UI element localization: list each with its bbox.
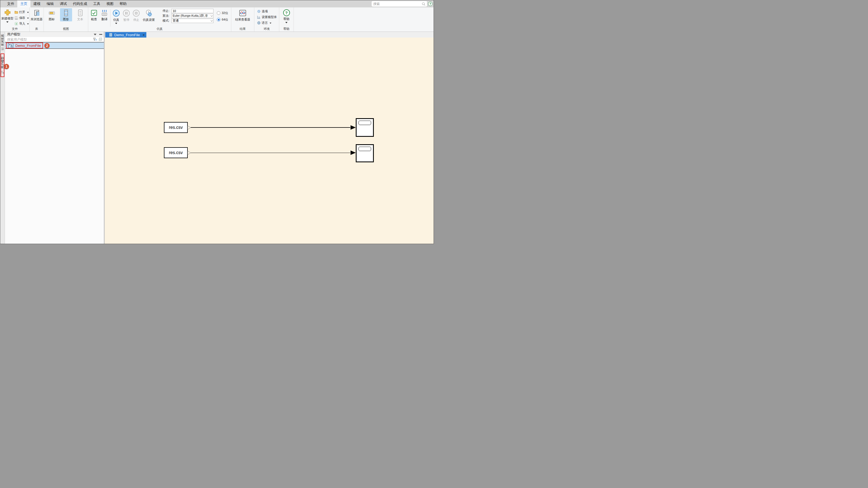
help-button[interactable]: ? 帮助 <box>280 8 292 23</box>
close-icon[interactable]: × <box>143 33 145 37</box>
result-viewer-button[interactable]: 结果查看器 <box>233 8 252 22</box>
new-model-plus-icon <box>4 9 11 16</box>
menu-codegen[interactable]: 代码生成 <box>70 0 90 7</box>
simulate-label: 仿真 <box>113 18 119 22</box>
stop-button[interactable]: 停止 <box>131 8 141 22</box>
document-tab-icon <box>109 33 113 37</box>
translate-button[interactable]: 翻译 <box>99 8 110 21</box>
new-model-button[interactable]: 新建模型 <box>0 8 14 23</box>
global-search-input[interactable] <box>373 2 422 6</box>
global-search-box[interactable] <box>372 1 427 7</box>
open-label: 打开 <box>19 10 25 14</box>
sidebar-tab-library-browser[interactable]: 库浏览器 <box>1 33 5 48</box>
menu-debug[interactable]: 调试 <box>57 0 70 7</box>
document-tab[interactable]: Demo_FromFile × <box>105 32 146 37</box>
filter-icon[interactable] <box>93 37 97 41</box>
arrowhead-icon <box>350 151 356 155</box>
radio-32bit[interactable]: 32位 <box>217 11 228 15</box>
panel-search-input[interactable] <box>5 37 93 41</box>
mode-combo[interactable]: 普通 <box>171 19 214 23</box>
menu-view[interactable]: 视图 <box>103 0 117 7</box>
menu-help[interactable]: 帮助 <box>117 0 130 7</box>
icon-view-button[interactable]: 图标 <box>46 8 58 21</box>
options-button[interactable]: 选项 <box>257 9 277 14</box>
panel-menu-icon[interactable] <box>94 34 96 35</box>
group-label-view: 视图 <box>44 27 88 31</box>
ribbon-group-environment: 选项 设置模型库 语言 环境 <box>254 7 279 32</box>
save-button[interactable]: 保存 <box>14 16 29 21</box>
simulate-button[interactable]: 仿真 <box>111 8 121 24</box>
group-label-library: 库 <box>30 27 43 31</box>
stop-time-input[interactable] <box>173 9 212 12</box>
scope-screen <box>359 121 371 125</box>
help-dropdown-arrow[interactable] <box>285 22 287 23</box>
panel-title: 用户模型 <box>7 32 20 37</box>
scope-block-2[interactable] <box>356 144 374 162</box>
group-label-file: 文件 <box>0 27 29 31</box>
collapse-all-icon[interactable] <box>98 37 102 41</box>
new-model-dropdown-arrow[interactable] <box>6 21 8 23</box>
pause-icon <box>123 9 130 17</box>
scope-block-1[interactable] <box>356 118 374 137</box>
simulate-dropdown-arrow[interactable] <box>115 23 117 24</box>
source-block-1[interactable]: res.csv <box>164 122 188 133</box>
chevron-down-icon <box>211 19 213 21</box>
library-browser-button[interactable]: 库浏览器 <box>30 8 43 21</box>
save-dropdown-arrow[interactable] <box>27 18 29 19</box>
model-item-label: Demo_FromFile <box>16 43 41 48</box>
language-dropdown-arrow[interactable] <box>270 23 271 24</box>
solver-combo[interactable]: Euler (Runge-Kutta,1阶,非 <box>171 14 214 18</box>
translate-icon <box>101 9 108 17</box>
text-view-button[interactable]: 文本 <box>74 8 86 21</box>
check-label: 检查 <box>91 17 97 21</box>
set-model-library-button[interactable]: 设置模型库 <box>257 14 277 20</box>
signal-wire-1[interactable] <box>191 127 350 128</box>
help-icon: ? <box>283 9 290 16</box>
signal-wire-2[interactable] <box>191 153 350 153</box>
menu-file[interactable]: 文件 <box>4 0 17 7</box>
menu-home[interactable]: 主页 <box>17 0 30 7</box>
group-label-simulation: 仿真 <box>88 27 231 31</box>
menu-bar: 文件 主页 建模 编辑 调试 代码生成 工具 视图 帮助 ? <box>0 0 434 7</box>
menu-modeling[interactable]: 建模 <box>30 0 43 7</box>
open-button[interactable]: 打开 <box>14 9 29 15</box>
model-list-item[interactable]: Demo_FromFile <box>5 42 104 49</box>
import-label: 导入 <box>19 22 25 26</box>
menu-tools[interactable]: 工具 <box>90 0 103 7</box>
import-dropdown-arrow[interactable] <box>27 23 29 24</box>
open-dropdown-arrow[interactable] <box>27 12 29 13</box>
sim-settings-icon <box>145 9 153 17</box>
stop-label: 停止 <box>133 18 139 22</box>
radio-64bit[interactable]: 64位 <box>217 18 228 22</box>
check-button[interactable]: 检查 <box>89 8 99 21</box>
diagram-canvas[interactable]: res.csv res.csv <box>105 37 434 244</box>
sidebar-tab-user-models[interactable]: 用户模型 <box>1 55 5 70</box>
application-window: 文件 主页 建模 编辑 调试 代码生成 工具 视图 帮助 ? 新建模型 <box>0 0 434 244</box>
menu-edit[interactable]: 编辑 <box>43 0 57 7</box>
gear-icon <box>257 9 261 13</box>
library-browser-label: 库浏览器 <box>31 17 43 21</box>
menubar-help-icon[interactable]: ? <box>428 2 433 6</box>
import-button[interactable]: 导入 <box>14 21 29 26</box>
sim-settings-button[interactable]: 仿真设置 <box>141 8 156 22</box>
radio-32bit-dot <box>217 11 220 15</box>
language-button[interactable]: 语言 <box>257 20 277 26</box>
translate-label: 翻译 <box>101 17 107 21</box>
stop-time-field[interactable] <box>171 9 214 13</box>
panel-minimize-icon[interactable] <box>99 34 102 35</box>
group-label-environment: 环境 <box>254 27 279 31</box>
language-label: 语言 <box>262 21 268 25</box>
source-block-2[interactable]: res.csv <box>164 147 188 158</box>
annotation-badge-1: 1 <box>4 64 9 69</box>
import-icon <box>14 22 18 26</box>
graphic-view-button[interactable]: 图形 <box>60 8 72 21</box>
bitness-radios: 32位 64位 <box>217 11 228 22</box>
document-tab-title: Demo_FromFile <box>114 33 140 37</box>
radio-32bit-label: 32位 <box>222 11 228 15</box>
help-label: 帮助 <box>283 17 289 21</box>
pause-button[interactable]: 暂停 <box>121 8 131 22</box>
library-tab-icon <box>1 47 4 51</box>
separator <box>110 9 111 27</box>
source-block-1-label: res.csv <box>164 123 187 132</box>
work-area: Demo_FromFile × res.csv <box>105 32 434 244</box>
